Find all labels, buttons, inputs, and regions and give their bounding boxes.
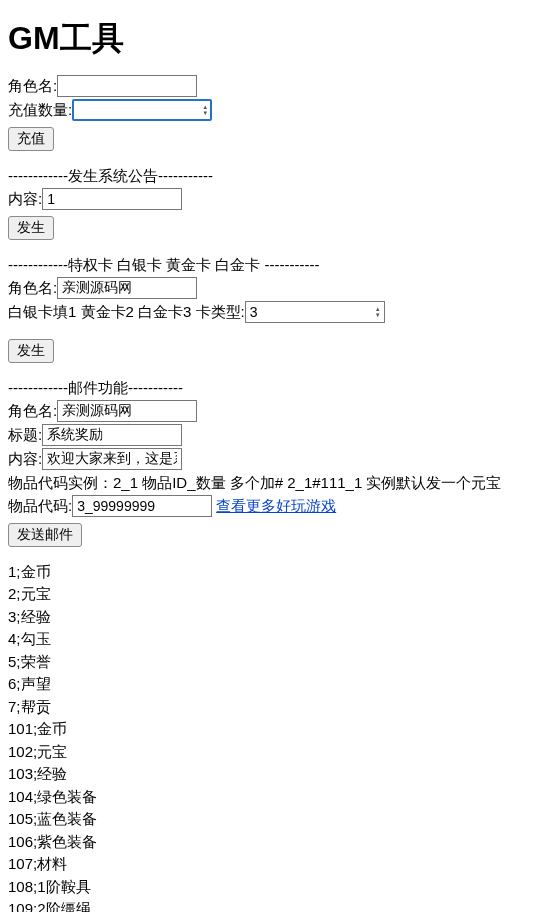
mail-title-label: 标题: [8, 424, 42, 445]
card-role-label: 角色名: [8, 277, 57, 298]
send-mail-button[interactable]: 发送邮件 [8, 523, 82, 547]
list-item: 106;紫色装备 [8, 831, 546, 854]
mail-code-example: 物品代码实例：2_1 物品ID_数量 多个加# 2_1#111_1 实例默认发一… [8, 472, 501, 493]
more-games-link[interactable]: 查看更多好玩游戏 [216, 495, 336, 516]
announce-content-label: 内容: [8, 188, 42, 209]
list-item: 1;金币 [8, 561, 546, 584]
mail-code-input[interactable] [72, 495, 212, 517]
card-type-input[interactable] [245, 301, 385, 323]
mail-content-input[interactable] [42, 448, 182, 470]
recharge-button[interactable]: 充值 [8, 127, 54, 151]
recharge-role-label: 角色名: [8, 75, 57, 96]
list-item: 103;经验 [8, 763, 546, 786]
list-item: 109;2阶缰绳 [8, 898, 546, 912]
list-item: 4;勾玉 [8, 628, 546, 651]
card-button[interactable]: 发生 [8, 339, 54, 363]
announce-divider: ------------发生系统公告----------- [8, 165, 546, 186]
list-item: 7;帮贡 [8, 696, 546, 719]
card-divider: ------------特权卡 白银卡 黄金卡 白金卡 ----------- [8, 254, 546, 275]
mail-title-input[interactable] [42, 424, 182, 446]
list-item: 2;元宝 [8, 583, 546, 606]
mail-role-label: 角色名: [8, 400, 57, 421]
list-item: 3;经验 [8, 606, 546, 629]
list-item: 6;声望 [8, 673, 546, 696]
mail-divider: ------------邮件功能----------- [8, 377, 546, 398]
mail-content-label: 内容: [8, 448, 42, 469]
list-item: 108;1阶鞍具 [8, 876, 546, 899]
card-type-label: 白银卡填1 黄金卡2 白金卡3 卡类型: [8, 301, 245, 322]
mail-role-input[interactable] [57, 400, 197, 422]
list-item: 5;荣誉 [8, 651, 546, 674]
recharge-role-input[interactable] [57, 75, 197, 97]
mail-code-label: 物品代码: [8, 495, 72, 516]
spinner-icon[interactable]: ▲▼ [375, 306, 381, 318]
card-role-input[interactable] [57, 277, 197, 299]
spinner-icon[interactable]: ▲▼ [202, 104, 208, 116]
recharge-amount-label: 充值数量: [8, 99, 72, 120]
recharge-amount-input[interactable] [72, 99, 212, 121]
list-item: 105;蓝色装备 [8, 808, 546, 831]
announce-content-input[interactable] [42, 188, 182, 210]
item-code-list: 1;金币2;元宝3;经验4;勾玉5;荣誉6;声望7;帮贡101;金币102;元宝… [8, 561, 546, 912]
list-item: 107;材料 [8, 853, 546, 876]
announce-button[interactable]: 发生 [8, 216, 54, 240]
list-item: 101;金币 [8, 718, 546, 741]
list-item: 104;绿色装备 [8, 786, 546, 809]
list-item: 102;元宝 [8, 741, 546, 764]
page-title: GM工具 [8, 16, 546, 61]
